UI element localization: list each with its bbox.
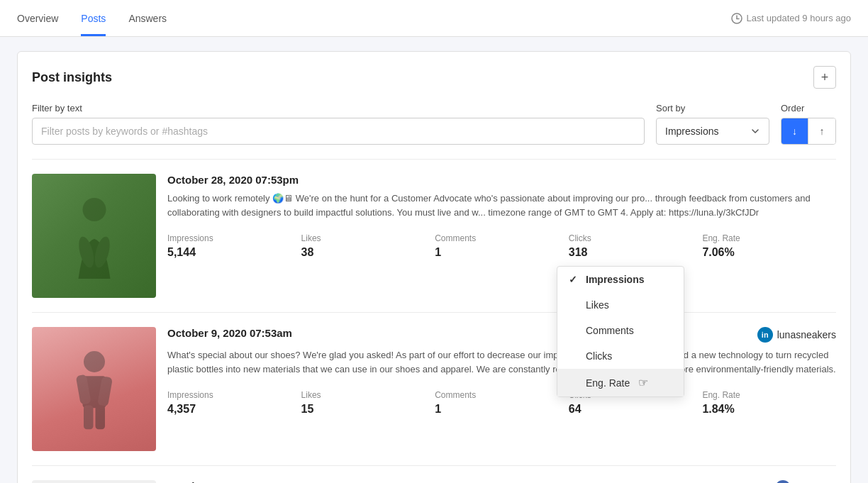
sort-option-impressions[interactable]: ✓ Impressions [557, 267, 684, 292]
post-stats: Impressions 5,144 Likes 38 Comments 1 Cl… [167, 233, 836, 259]
post-header-2: October 9, 2020 07:53am in lunasneakers [167, 327, 836, 343]
sort-option-clicks-label: Clicks [586, 350, 612, 362]
post-row-partial: 🏃 October 30, 2020 07:36pm b bufferspp [32, 465, 836, 483]
tab-answers[interactable]: Answers [128, 0, 167, 36]
card-header: Post insights + [32, 66, 836, 89]
stat-eng-rate-2: Eng. Rate 1.84% [702, 390, 836, 416]
svg-rect-10 [84, 405, 94, 429]
last-updated-text: Last updated 9 hours ago [731, 13, 851, 24]
filter-input[interactable] [32, 118, 645, 145]
post-thumbnail-3: 🏃 [32, 480, 156, 483]
stat-clicks-label: Clicks [569, 233, 703, 243]
sort-option-comments[interactable]: ✓ Comments [557, 318, 684, 343]
stat-comments-value: 1 [435, 246, 569, 259]
top-navigation: Overview Posts Answers Last updated 9 ho… [0, 0, 868, 37]
main-content: Post insights + Filter by text Sort by I… [0, 37, 868, 483]
post-thumbnail-2 [32, 327, 156, 451]
stat-clicks-value: 318 [569, 246, 703, 259]
post-account-3: b bufferspp [775, 480, 836, 483]
chevron-down-icon [750, 126, 760, 136]
post-image-1 [32, 174, 156, 298]
order-buttons: ↓ ↑ [781, 118, 836, 145]
post-date-3: October 30, 2020 07:36pm [167, 480, 299, 483]
sort-option-clicks[interactable]: ✓ Clicks [557, 343, 684, 369]
stat-comments-2: Comments 1 [435, 390, 569, 416]
post-header: October 28, 2020 07:53pm [167, 174, 836, 186]
stat-likes-value: 38 [301, 246, 435, 259]
sort-current-value: Impressions [665, 126, 718, 137]
post-row: October 9, 2020 07:53am in lunasneakers … [32, 312, 836, 465]
stat-comments: Comments 1 [435, 233, 569, 259]
stat-eng-rate-label-2: Eng. Rate [702, 390, 836, 400]
card-title: Post insights [32, 70, 112, 85]
sort-option-eng-rate-label: Eng. Rate [586, 377, 630, 389]
stat-impressions-label-2: Impressions [167, 390, 301, 400]
stat-impressions-value: 5,144 [167, 246, 301, 259]
stat-likes-label-2: Likes [301, 390, 435, 400]
order-desc-button[interactable]: ↓ [781, 118, 808, 144]
filter-section: Filter by text [32, 103, 645, 145]
post-account: in lunasneakers [757, 327, 836, 343]
post-date-2: October 9, 2020 07:53am [167, 327, 292, 339]
filter-label: Filter by text [32, 103, 645, 113]
stat-eng-rate-value-2: 1.84% [702, 403, 836, 416]
sort-option-likes[interactable]: ✓ Likes [557, 292, 684, 318]
stat-impressions-label: Impressions [167, 233, 301, 243]
stat-eng-rate-value: 7.06% [702, 246, 836, 259]
order-asc-button[interactable]: ↑ [808, 118, 835, 144]
stat-likes-value-2: 15 [301, 403, 435, 416]
sort-option-comments-label: Comments [586, 325, 634, 336]
svg-rect-11 [95, 405, 105, 429]
post-content-2: October 9, 2020 07:53am in lunasneakers … [167, 327, 836, 451]
order-section: Order ↓ ↑ [781, 103, 836, 145]
sort-option-eng-rate[interactable]: ✓ Eng. Rate ☞ [557, 369, 684, 396]
stat-impressions-2: Impressions 4,357 [167, 390, 301, 416]
post-thumbnail [32, 174, 156, 298]
post-stats-2: Impressions 4,357 Likes 15 Comments 1 Cl… [167, 390, 836, 416]
stat-comments-label-2: Comments [435, 390, 569, 400]
svg-point-3 [82, 198, 106, 221]
post-content-3: October 30, 2020 07:36pm b bufferspp [167, 480, 836, 483]
tab-overview[interactable]: Overview [17, 0, 58, 36]
stat-comments-value-2: 1 [435, 403, 569, 416]
sort-option-impressions-label: Impressions [586, 274, 644, 285]
order-label: Order [781, 103, 836, 113]
sort-dropdown[interactable]: Impressions [656, 118, 769, 145]
sort-dropdown-menu: ✓ Impressions ✓ Likes ✓ Comments ✓ Click… [557, 266, 684, 397]
buffer-icon: b [775, 480, 791, 483]
linkedin-icon: in [757, 327, 773, 343]
cursor-icon: ☞ [638, 376, 648, 389]
clock-icon [731, 13, 742, 24]
sort-section: Sort by Impressions ✓ Impressions ✓ Li [656, 103, 769, 145]
post-row: October 28, 2020 07:53pm Looking to work… [32, 159, 836, 312]
sort-label: Sort by [656, 103, 769, 113]
check-icon: ✓ [569, 274, 580, 285]
last-updated-label: Last updated 9 hours ago [747, 13, 851, 23]
post-header-3: October 30, 2020 07:36pm b bufferspp [167, 480, 836, 483]
stat-impressions-value-2: 4,357 [167, 403, 301, 416]
stat-comments-label: Comments [435, 233, 569, 243]
svg-point-6 [84, 351, 105, 372]
stat-likes-label: Likes [301, 233, 435, 243]
post-text: Looking to work remotely 🌍🖥 We're on the… [167, 191, 836, 219]
nav-tabs: Overview Posts Answers [17, 0, 167, 36]
add-button[interactable]: + [813, 66, 836, 89]
account-name: lunasneakers [777, 329, 836, 340]
post-insights-card: Post insights + Filter by text Sort by I… [17, 51, 851, 483]
stat-eng-rate: Eng. Rate 7.06% [702, 233, 836, 259]
post-image-2 [32, 327, 156, 451]
sort-option-likes-label: Likes [586, 299, 609, 311]
filter-sort-row: Filter by text Sort by Impressions ✓ Imp… [32, 103, 836, 145]
tab-posts[interactable]: Posts [81, 0, 106, 36]
stat-likes: Likes 38 [301, 233, 435, 259]
stat-impressions: Impressions 5,144 [167, 233, 301, 259]
stat-clicks-value-2: 64 [569, 403, 703, 416]
post-date: October 28, 2020 07:53pm [167, 174, 299, 186]
stat-likes-2: Likes 15 [301, 390, 435, 416]
stat-clicks: Clicks 318 [569, 233, 703, 259]
post-content: October 28, 2020 07:53pm Looking to work… [167, 174, 836, 298]
stat-eng-rate-label: Eng. Rate [702, 233, 836, 243]
post-text-2: What's special about our shoes? We're gl… [167, 348, 836, 376]
